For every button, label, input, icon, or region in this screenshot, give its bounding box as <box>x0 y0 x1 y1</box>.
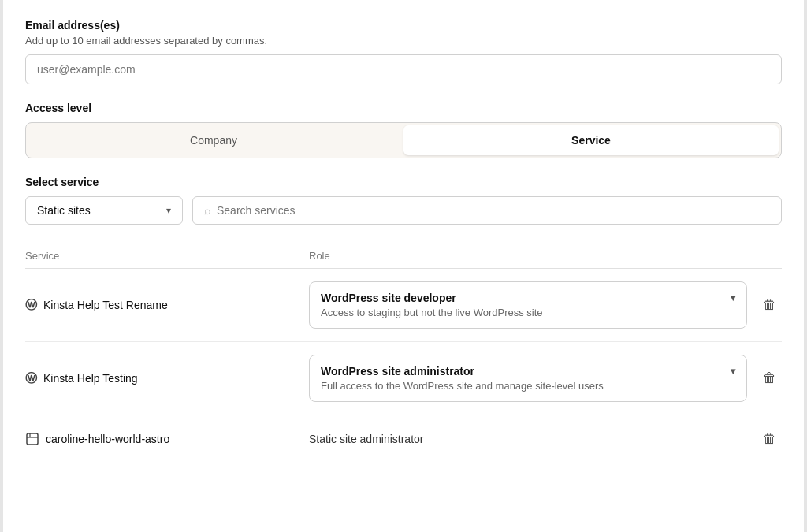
service-name-label-3: caroline-hello-world-astro <box>46 433 169 445</box>
service-name-2: ⓦ Kinsta Help Testing <box>25 371 299 386</box>
service-name-label-2: Kinsta Help Testing <box>43 372 138 385</box>
email-label: Email address(es) <box>25 19 782 32</box>
email-section: Email address(es) Add up to 10 email add… <box>25 19 782 84</box>
select-service-section: Select service Static sites ▾ ⌕ <box>25 176 782 225</box>
chevron-down-icon: ▾ <box>731 366 735 377</box>
role-title-1: WordPress site developer ▾ <box>321 292 735 304</box>
email-input[interactable] <box>25 54 782 84</box>
search-box: ⌕ <box>192 196 782 225</box>
role-dropdown-1[interactable]: WordPress site developer ▾ Access to sta… <box>309 281 747 329</box>
static-site-icon <box>25 432 39 446</box>
service-dropdown[interactable]: Static sites ▾ <box>25 196 183 225</box>
static-role-text: Static site administrator <box>309 433 747 445</box>
search-input[interactable] <box>217 204 770 217</box>
table-row: ⓦ Kinsta Help Testing WordPress site adm… <box>25 342 782 415</box>
delete-button-1[interactable]: 🗑 <box>757 294 782 316</box>
svg-rect-0 <box>27 433 38 445</box>
access-level-section: Access level Company Service <box>25 102 782 158</box>
role-title-2: WordPress site administrator ▾ <box>321 365 735 378</box>
role-dropdown-2[interactable]: WordPress site administrator ▾ Full acce… <box>309 355 747 402</box>
access-toggle: Company Service <box>25 122 782 158</box>
select-row: Static sites ▾ ⌕ <box>25 196 782 225</box>
service-name-1: ⓦ Kinsta Help Test Rename <box>25 298 299 313</box>
role-desc-2: Full access to the WordPress site and ma… <box>321 380 735 392</box>
role-desc-1: Access to staging but not the live WordP… <box>321 307 735 318</box>
toggle-service[interactable]: Service <box>404 125 779 155</box>
search-icon: ⌕ <box>204 204 210 217</box>
email-sublabel: Add up to 10 email addresses separated b… <box>25 35 782 47</box>
service-name-3: caroline-hello-world-astro <box>25 432 299 446</box>
chevron-down-icon: ▾ <box>731 292 735 303</box>
service-dropdown-value: Static sites <box>37 204 91 217</box>
chevron-down-icon: ▾ <box>166 205 171 216</box>
toggle-company[interactable]: Company <box>26 123 401 158</box>
table-header: Service Role <box>25 242 782 269</box>
col-role-header: Role <box>309 250 782 262</box>
table-row: caroline-hello-world-astro Static site a… <box>25 415 782 463</box>
col-service-header: Service <box>25 250 309 262</box>
delete-button-2[interactable]: 🗑 <box>757 367 782 389</box>
select-service-label: Select service <box>25 176 782 188</box>
access-level-label: Access level <box>25 102 782 114</box>
main-panel: Email address(es) Add up to 10 email add… <box>0 0 807 532</box>
wordpress-icon: ⓦ <box>25 371 37 386</box>
service-name-label-1: Kinsta Help Test Rename <box>43 299 168 311</box>
table-row: ⓦ Kinsta Help Test Rename WordPress site… <box>25 269 782 342</box>
delete-button-3[interactable]: 🗑 <box>757 428 782 450</box>
wordpress-icon: ⓦ <box>25 298 37 313</box>
